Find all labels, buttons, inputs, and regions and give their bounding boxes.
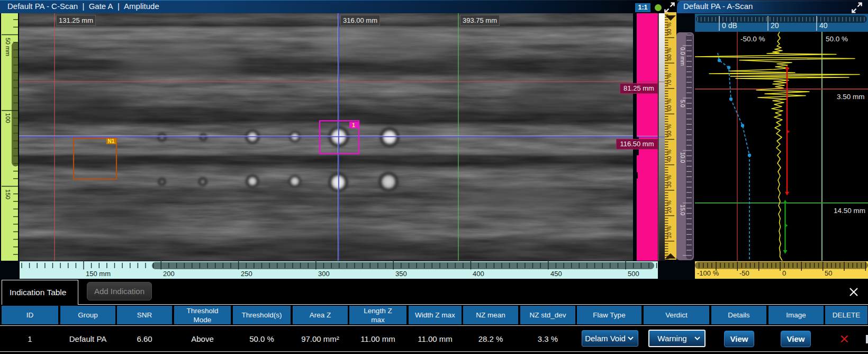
svg-text:60 %: 60 % [666,99,672,111]
svg-text:20 %: 20 % [666,200,672,213]
svg-text:250: 250 [241,270,252,278]
svg-text:30 %: 30 % [666,175,672,188]
svg-text:300: 300 [318,270,330,278]
svg-text:10 %: 10 % [666,226,672,238]
svg-text:80 %: 80 % [666,48,672,60]
svg-text:0: 0 [782,269,786,277]
svg-text:1: 1 [352,122,355,128]
svg-text:20: 20 [771,21,779,30]
svg-text:150: 150 [5,189,11,199]
svg-text:200: 200 [163,270,175,278]
svg-text:0.0 mm: 0.0 mm [680,47,686,66]
svg-text:150 mm: 150 mm [86,270,111,278]
svg-text:500: 500 [628,270,639,278]
svg-text:100: 100 [5,113,11,123]
svg-text:0 dB: 0 dB [722,21,737,30]
svg-text:50 %: 50 % [666,124,672,137]
svg-text:50 mm: 50 mm [5,38,11,56]
svg-text:450: 450 [550,270,562,278]
svg-text:40 %: 40 % [666,149,672,162]
svg-text:400: 400 [473,270,484,278]
svg-text:-50: -50 [739,269,749,277]
svg-text:15.0: 15.0 [680,205,686,216]
svg-text:-100 %: -100 % [697,269,719,277]
svg-text:50: 50 [825,269,832,277]
svg-text:70 %: 70 % [666,73,672,86]
svg-text:5.0: 5.0 [680,100,686,108]
svg-text:350: 350 [395,270,407,278]
svg-text:10.0: 10.0 [680,152,686,163]
svg-text:90 %: 90 % [666,22,672,35]
svg-text:N1: N1 [108,138,115,144]
svg-text:40: 40 [819,21,828,30]
